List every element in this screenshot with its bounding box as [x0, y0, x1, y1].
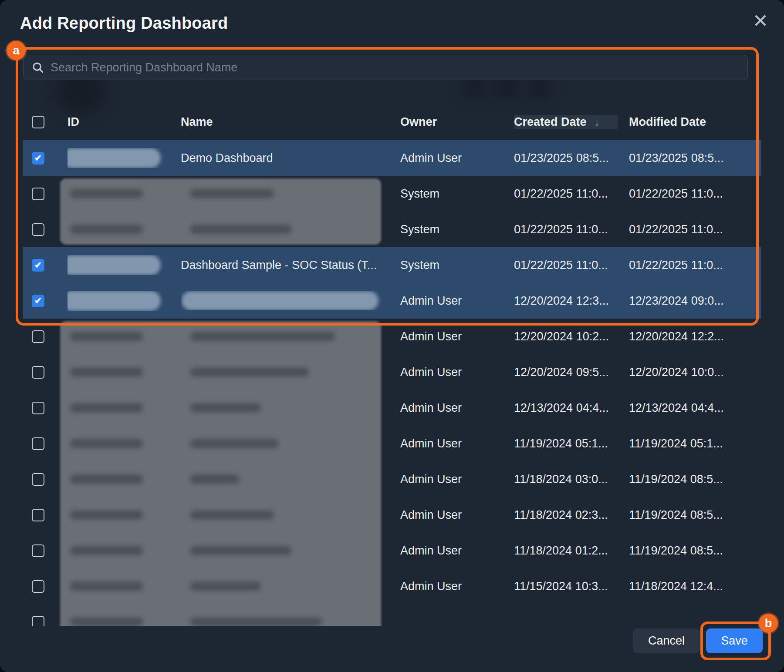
search-icon — [31, 61, 44, 74]
cell-modified-date: 11/18/2024 12:4... — [629, 580, 761, 593]
row-checkbox-cell — [23, 437, 68, 450]
table-row[interactable]: Admin User11/18/2024 01:2...11/19/2024 0… — [23, 533, 761, 568]
row-checkbox-cell: ✔ — [23, 259, 68, 272]
cell-modified-date: 01/22/2025 11:0... — [629, 259, 761, 272]
row-checkbox[interactable] — [32, 366, 44, 379]
table-row[interactable]: System01/22/2025 11:0...01/22/2025 11:0.… — [23, 212, 761, 247]
cell-owner: Admin User — [400, 508, 514, 522]
row-checkbox[interactable] — [32, 580, 44, 593]
select-all-checkbox[interactable] — [32, 116, 44, 128]
cell-created-date: 12/20/2024 12:3... — [514, 294, 629, 308]
table-header: ID Name Owner Created Date ↓ Modified Da… — [23, 104, 761, 140]
cell-owner: System — [400, 187, 514, 201]
row-checkbox[interactable] — [32, 509, 44, 521]
modal-footer: Cancel Save b — [0, 628, 784, 653]
cell-modified-date: 01/23/2025 08:5... — [629, 151, 761, 165]
cell-created-date: 11/18/2024 02:3... — [514, 508, 629, 522]
cell-name: Demo Dashboard — [181, 151, 400, 165]
cell-owner: Admin User — [400, 437, 514, 450]
cell-created-date: 12/20/2024 10:2... — [514, 330, 629, 343]
cell-owner: Admin User — [400, 580, 514, 593]
add-reporting-dashboard-modal: Add Reporting Dashboard ID Name Owner Cr… — [0, 0, 784, 672]
sort-desc-icon[interactable]: ↓ — [594, 115, 600, 128]
row-checkbox[interactable] — [32, 330, 44, 343]
table-row[interactable]: ✔Dashboard Sample - SOC Status (T...Syst… — [23, 247, 761, 283]
cell-created-date: 11/18/2024 01:2... — [514, 544, 629, 558]
row-checkbox[interactable] — [32, 544, 44, 557]
table-row[interactable]: Admin User11/18/2024 03:0...11/19/2024 0… — [23, 461, 761, 497]
column-header-name[interactable]: Name — [181, 115, 400, 129]
cell-modified-date: 12/23/2024 09:0... — [629, 294, 761, 308]
search-input[interactable] — [51, 61, 740, 74]
row-checkbox-checked[interactable]: ✔ — [32, 152, 44, 165]
cell-modified-date: 12/20/2024 12:2... — [629, 330, 761, 343]
row-checkbox[interactable] — [32, 473, 44, 486]
table-row[interactable]: System01/22/2025 11:0...01/22/2025 11:0.… — [23, 176, 761, 212]
column-header-owner[interactable]: Owner — [400, 115, 514, 129]
cell-created-date: 01/23/2025 08:5... — [514, 151, 629, 165]
row-checkbox[interactable] — [32, 188, 44, 200]
row-checkbox[interactable] — [32, 437, 44, 450]
column-header-created-date[interactable]: Created Date ↓ — [514, 115, 629, 129]
row-checkbox-cell: ✔ — [23, 152, 68, 165]
table-row[interactable]: Admin User11/18/2024 02:3...11/19/2024 0… — [23, 497, 761, 533]
redacted-id — [68, 148, 161, 168]
cell-created-date: 01/22/2025 11:0... — [514, 187, 629, 201]
row-checkbox[interactable] — [32, 402, 44, 414]
table-row[interactable]: Admin User12/20/2024 09:5...12/20/2024 1… — [23, 354, 761, 390]
dashboard-table: ID Name Owner Created Date ↓ Modified Da… — [23, 104, 761, 626]
cell-owner: System — [400, 259, 514, 272]
row-checkbox-cell — [23, 330, 68, 343]
cell-created-date: 12/20/2024 09:5... — [514, 366, 629, 379]
cell-modified-date: 11/19/2024 08:5... — [629, 473, 761, 486]
cell-created-date: 12/13/2024 04:4... — [514, 401, 629, 415]
row-checkbox-cell: ✔ — [23, 295, 68, 307]
cell-owner: Admin User — [400, 401, 514, 415]
cell-modified-date: 11/19/2024 08:5... — [629, 508, 761, 522]
row-checkbox-cell — [23, 402, 68, 414]
column-header-id[interactable]: ID — [68, 115, 181, 129]
redacted-id — [68, 291, 161, 311]
table-row[interactable]: ✔Admin User12/20/2024 12:3...12/23/2024 … — [23, 283, 761, 319]
table-row[interactable]: Admin User12/13/2024 04:4...12/13/2024 0… — [23, 390, 761, 426]
cell-id — [68, 148, 181, 168]
row-checkbox-cell — [23, 580, 68, 593]
row-checkbox-cell — [23, 509, 68, 521]
redacted-name — [182, 291, 378, 310]
cell-created-date: 01/22/2025 11:0... — [514, 223, 629, 236]
row-checkbox-cell — [23, 366, 68, 379]
table-row[interactable]: Admin User11/19/2024 05:1...11/19/2024 0… — [23, 426, 761, 461]
cell-owner: Admin User — [400, 151, 514, 165]
cell-created-date: 01/22/2025 11:0... — [514, 259, 629, 272]
table-row[interactable] — [23, 604, 761, 626]
row-checkbox-cell — [23, 223, 68, 236]
cell-name — [181, 291, 400, 310]
row-checkbox-checked[interactable]: ✔ — [32, 295, 44, 307]
annotation-badge-a: a — [7, 41, 26, 60]
cell-id — [68, 255, 181, 275]
row-checkbox-checked[interactable]: ✔ — [32, 259, 44, 272]
select-all-cell — [23, 116, 68, 128]
save-button[interactable]: Save — [706, 628, 763, 653]
cell-created-date: 11/19/2024 05:1... — [514, 437, 629, 450]
cell-owner: Admin User — [400, 366, 514, 379]
table-row[interactable]: Admin User11/15/2024 10:3...11/18/2024 1… — [23, 568, 761, 604]
search-bar — [23, 55, 748, 80]
cell-modified-date: 11/19/2024 08:5... — [629, 544, 761, 558]
cell-owner: Admin User — [400, 544, 514, 558]
cell-owner: System — [400, 223, 514, 236]
row-checkbox[interactable] — [32, 223, 44, 236]
table-row[interactable]: ✔Demo DashboardAdmin User01/23/2025 08:5… — [23, 140, 761, 176]
cancel-button[interactable]: Cancel — [633, 628, 700, 653]
redacted-id — [68, 255, 161, 275]
close-icon[interactable] — [752, 12, 769, 30]
table-row[interactable]: Admin User12/20/2024 10:2...12/20/2024 1… — [23, 319, 761, 354]
row-checkbox[interactable] — [32, 616, 44, 626]
cell-name: Dashboard Sample - SOC Status (T... — [181, 259, 400, 272]
row-checkbox-cell — [23, 473, 68, 486]
page-title: Add Reporting Dashboard — [20, 14, 228, 33]
column-header-modified-date[interactable]: Modified Date — [629, 115, 761, 129]
row-checkbox-cell — [23, 188, 68, 200]
table-body: ✔Demo DashboardAdmin User01/23/2025 08:5… — [23, 140, 761, 626]
cell-modified-date: 12/20/2024 10:0... — [629, 366, 761, 379]
